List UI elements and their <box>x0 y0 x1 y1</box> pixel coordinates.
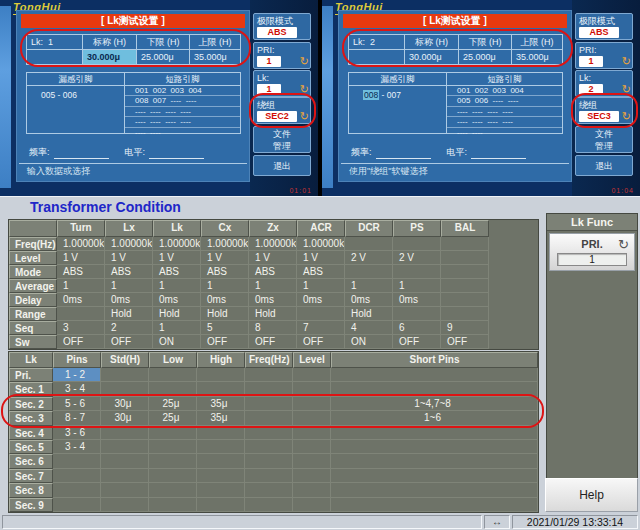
lk-value-cell[interactable] <box>101 426 149 440</box>
leak-pins-value[interactable]: 008 - 007 <box>349 86 446 100</box>
condition-cell[interactable]: OFF <box>201 335 249 349</box>
lk-value-cell[interactable] <box>245 382 293 396</box>
condition-cell[interactable]: OFF <box>441 335 489 349</box>
help-button[interactable]: Help <box>545 478 638 512</box>
lk-value-cell[interactable] <box>197 368 245 382</box>
condition-cell[interactable] <box>441 237 489 251</box>
condition-cell[interactable]: 0ms <box>57 293 105 307</box>
lk-value-cell[interactable] <box>149 426 197 440</box>
softkey-exit[interactable]: 退出 <box>575 155 633 176</box>
softkey-lk[interactable]: Lk: 2 ↻ <box>575 70 633 97</box>
leak-pins-value[interactable]: 005 - 006 <box>27 86 124 100</box>
lk-value-cell[interactable] <box>245 440 293 454</box>
condition-cell[interactable]: 1 V <box>297 251 345 265</box>
softkey-limit-mode[interactable]: 极限模式 ABS <box>575 13 633 40</box>
lk-value-cell[interactable]: 1~4,7~8 <box>331 397 538 411</box>
condition-cell[interactable] <box>297 307 345 321</box>
condition-cell[interactable]: 0ms <box>249 293 297 307</box>
condition-cell[interactable]: ABS <box>201 265 249 279</box>
lk-value-cell[interactable]: 25μ <box>149 397 197 411</box>
lk-value-cell[interactable] <box>293 440 331 454</box>
condition-cell[interactable]: 5 <box>201 321 249 335</box>
lk-value-cell[interactable] <box>149 368 197 382</box>
level-input[interactable] <box>149 149 204 159</box>
pins-cell[interactable] <box>53 469 101 483</box>
condition-cell[interactable]: 1 <box>57 279 105 293</box>
lk-value-cell[interactable] <box>293 382 331 396</box>
condition-cell[interactable]: 0ms <box>201 293 249 307</box>
condition-cell[interactable]: 1.00000k <box>297 237 345 251</box>
short-pins-row[interactable]: 001 002 003 004 <box>447 86 562 96</box>
condition-cell[interactable] <box>57 307 105 321</box>
lk-value-cell[interactable] <box>149 454 197 468</box>
condition-cell[interactable]: OFF <box>249 335 297 349</box>
condition-cell[interactable]: ABS <box>57 265 105 279</box>
lk-value-cell[interactable] <box>245 397 293 411</box>
lk-value-cell[interactable] <box>245 411 293 425</box>
condition-cell[interactable]: 0ms <box>393 293 441 307</box>
condition-cell[interactable] <box>345 265 393 279</box>
lk-value-cell[interactable] <box>101 469 149 483</box>
lk-value-cell[interactable] <box>293 469 331 483</box>
short-pins-row[interactable]: ---- ---- ---- ---- <box>447 117 562 127</box>
pins-cell[interactable]: 3 - 4 <box>53 440 101 454</box>
lk-value-cell[interactable] <box>331 426 538 440</box>
condition-cell[interactable]: Hold <box>105 307 153 321</box>
lk-value-cell[interactable] <box>331 498 538 512</box>
nominal-value[interactable]: 30.000μ <box>83 50 136 64</box>
condition-cell[interactable]: 2 V <box>345 251 393 265</box>
lk-value-cell[interactable] <box>331 368 538 382</box>
condition-cell[interactable] <box>393 307 441 321</box>
softkey-lk[interactable]: Lk: 1 ↻ <box>253 70 311 97</box>
lk-value-cell[interactable] <box>293 426 331 440</box>
lk-value-cell[interactable] <box>149 382 197 396</box>
lk-value-cell[interactable] <box>197 382 245 396</box>
condition-cell[interactable]: 0ms <box>297 293 345 307</box>
nominal-value[interactable]: 30.000μ <box>405 50 458 64</box>
softkey-winding[interactable]: 绕组 SEC2 ↻ <box>253 97 311 124</box>
condition-cell[interactable]: 1 V <box>105 251 153 265</box>
lk-value-cell[interactable] <box>245 426 293 440</box>
lk-value-cell[interactable] <box>331 382 538 396</box>
condition-cell[interactable]: 0ms <box>345 293 393 307</box>
softkey-file-manage[interactable]: 文件 管理 <box>253 126 311 153</box>
lk-value-cell[interactable] <box>197 454 245 468</box>
pins-cell[interactable]: 3 - 6 <box>53 426 101 440</box>
lk-value-cell[interactable] <box>293 411 331 425</box>
condition-cell[interactable]: 1.00000k <box>153 237 201 251</box>
pri-selector-button[interactable]: PRI. ↻ 1 <box>549 233 635 271</box>
condition-cell[interactable]: 4 <box>345 321 393 335</box>
lk-value-cell[interactable] <box>331 440 538 454</box>
condition-cell[interactable]: 0ms <box>105 293 153 307</box>
lk-value-cell[interactable] <box>101 498 149 512</box>
condition-cell[interactable]: OFF <box>105 335 153 349</box>
condition-cell[interactable]: Hold <box>345 307 393 321</box>
condition-cell[interactable] <box>441 307 489 321</box>
lk-value-cell[interactable] <box>149 440 197 454</box>
pins-cell[interactable] <box>53 498 101 512</box>
softkey-limit-mode[interactable]: 极限模式 ABS <box>253 13 311 40</box>
condition-cell[interactable]: OFF <box>393 335 441 349</box>
short-pins-row[interactable]: ---- ---- <box>125 128 240 137</box>
lk-value-cell[interactable] <box>149 483 197 497</box>
lk-value-cell[interactable] <box>101 440 149 454</box>
lk-value-cell[interactable] <box>197 483 245 497</box>
condition-cell[interactable]: 1 <box>201 279 249 293</box>
condition-cell[interactable] <box>393 237 441 251</box>
lk-value-cell[interactable] <box>331 483 538 497</box>
condition-cell[interactable]: 1 <box>297 279 345 293</box>
condition-cell[interactable]: Hold <box>249 307 297 321</box>
low-limit-value[interactable]: 25.000μ <box>459 50 511 64</box>
condition-cell[interactable]: 1.00000k <box>57 237 105 251</box>
short-pins-row[interactable]: 005 006 ---- ---- <box>447 96 562 106</box>
condition-cell[interactable]: 1 <box>153 321 201 335</box>
condition-cell[interactable]: 3 <box>57 321 105 335</box>
lk-value-cell[interactable]: 35μ <box>197 411 245 425</box>
lk-value-cell[interactable] <box>293 483 331 497</box>
pins-cell[interactable]: 8 - 7 <box>53 411 101 425</box>
short-pins-row[interactable]: 001 002 003 004 <box>125 86 240 96</box>
condition-cell[interactable]: 1 <box>393 279 441 293</box>
lk-value-cell[interactable]: 35μ <box>197 397 245 411</box>
softkey-pri[interactable]: PRI: 1 ↻ <box>575 42 633 69</box>
condition-cell[interactable]: 1.00000k <box>105 237 153 251</box>
